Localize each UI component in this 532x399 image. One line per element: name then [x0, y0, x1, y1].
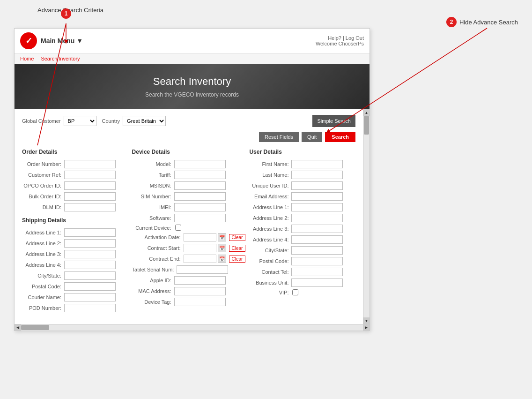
ship-postal-input[interactable] [64, 282, 116, 291]
hero-title: Search Inventory [22, 75, 362, 88]
breadcrumb-current[interactable]: Search Inventory [41, 56, 80, 61]
msisdn-input[interactable] [174, 181, 226, 190]
ship-addr1-input[interactable] [64, 228, 116, 237]
current-device-checkbox[interactable] [175, 225, 181, 231]
vip-checkbox[interactable] [292, 289, 298, 295]
user-addr2-input[interactable] [291, 214, 343, 222]
logout-link[interactable]: Log Out [346, 35, 364, 41]
ship-pod-input[interactable] [64, 304, 116, 312]
col-user: User Details First Name: Last Name: Uniq… [249, 149, 355, 315]
first-name-input[interactable] [291, 160, 343, 168]
tablet-serial-row: Tablet Serial Num: [132, 265, 246, 274]
order-number-input[interactable] [64, 160, 116, 168]
ship-addr1-row: Address Line 1: [22, 228, 128, 237]
scroll-thumb[interactable] [364, 116, 369, 135]
contact-tel-input[interactable] [291, 268, 343, 276]
country-select[interactable]: Great Britain [123, 116, 166, 126]
contract-end-calendar-icon[interactable]: 📅 [218, 255, 226, 263]
user-addr4-label: Address Line 4: [249, 237, 291, 242]
breadcrumb-home[interactable]: Home [20, 56, 34, 61]
activation-date-row: Activation Date: 📅 Clear [132, 233, 246, 241]
contact-tel-row: Contact Tel: [249, 268, 355, 276]
reset-button[interactable]: Reset Fields [259, 132, 299, 142]
ship-city-row: City/State: [22, 271, 128, 280]
contract-end-input[interactable] [184, 255, 216, 263]
device-tag-row: Device Tag: [132, 298, 246, 306]
model-input[interactable] [174, 160, 226, 168]
user-addr1-input[interactable] [291, 203, 343, 211]
h-scroll-thumb[interactable] [21, 325, 49, 330]
user-addr1-label: Address Line 1: [249, 204, 291, 210]
bulk-order-input[interactable] [64, 192, 116, 201]
ship-addr4-input[interactable] [64, 261, 116, 269]
customer-ref-row: Customer Ref: [22, 171, 128, 179]
business-unit-row: Business Unit: [249, 279, 355, 287]
scroll-left-arrow[interactable]: ◀ [15, 324, 21, 331]
ship-addr3-row: Address Line 3: [22, 250, 128, 258]
opco-order-input[interactable] [64, 181, 116, 190]
logo-area: ✓ Main Menu ▼ [20, 32, 83, 49]
ship-courier-input[interactable] [64, 293, 116, 301]
scroll-up-arrow[interactable]: ▲ [363, 109, 369, 116]
help-link[interactable]: Help? [328, 35, 341, 41]
contract-start-calendar-icon[interactable]: 📅 [218, 244, 226, 252]
current-device-label: Current Device: [132, 225, 174, 231]
imei-row: IMEI: [132, 203, 246, 211]
simple-search-button[interactable]: Simple Search [312, 115, 355, 127]
mac-address-row: MAC Address: [132, 287, 246, 295]
user-addr3-label: Address Line 3: [249, 226, 291, 232]
search-button[interactable]: Search [325, 132, 355, 142]
activation-date-input[interactable] [184, 233, 216, 241]
filter-row: Global Customer BP Country Great Britain [22, 115, 355, 127]
main-menu[interactable]: Main Menu ▼ [41, 37, 83, 45]
col-order-shipping: Order Details Order Number: Customer Ref… [22, 149, 132, 315]
global-customer-label: Global Customer [22, 118, 61, 124]
last-name-input[interactable] [291, 171, 343, 179]
software-input[interactable] [174, 214, 226, 222]
scroll-right-arrow[interactable]: ▶ [363, 324, 369, 331]
user-addr3-input[interactable] [291, 225, 343, 233]
vertical-scrollbar[interactable]: ▲ ▼ [363, 109, 369, 324]
unique-user-input[interactable] [291, 181, 343, 190]
customer-ref-label: Customer Ref: [22, 172, 64, 178]
unique-user-label: Unique User ID: [249, 183, 291, 188]
activation-clear-button[interactable]: Clear [229, 234, 246, 241]
ship-city-label: City/State: [22, 273, 64, 279]
contract-end-clear-button[interactable]: Clear [229, 256, 246, 263]
contract-start-input[interactable] [184, 244, 216, 252]
ship-addr1-label: Address Line 1: [22, 230, 64, 235]
business-unit-input[interactable] [291, 279, 343, 287]
ship-addr3-input[interactable] [64, 250, 116, 258]
user-city-input[interactable] [291, 246, 343, 255]
activation-calendar-icon[interactable]: 📅 [218, 233, 226, 241]
quit-button[interactable]: Quit [302, 132, 322, 142]
apple-id-input[interactable] [174, 276, 226, 285]
global-customer-select[interactable]: BP [64, 116, 96, 126]
email-input[interactable] [291, 192, 343, 201]
sim-input[interactable] [174, 192, 226, 201]
horizontal-scrollbar[interactable]: ◀ ▶ [15, 324, 369, 331]
imei-input[interactable] [174, 203, 226, 211]
ship-city-input[interactable] [64, 271, 116, 280]
ship-addr2-input[interactable] [64, 239, 116, 248]
contract-end-wrap: 📅 Clear [184, 255, 246, 263]
user-addr2-label: Address Line 2: [249, 215, 291, 221]
callout-2: 2 Hide Advance Search [446, 17, 518, 27]
action-row: Reset Fields Quit Search [22, 132, 355, 142]
contract-start-label: Contract Start: [132, 245, 184, 251]
tablet-serial-input[interactable] [177, 265, 228, 274]
customer-ref-input[interactable] [64, 171, 116, 179]
scroll-down-arrow[interactable]: ▼ [363, 317, 369, 324]
dlm-id-input[interactable] [64, 203, 116, 211]
user-postal-input[interactable] [291, 257, 343, 265]
device-tag-input[interactable] [174, 298, 226, 306]
contract-start-clear-button[interactable]: Clear [229, 245, 246, 252]
mac-address-input[interactable] [174, 287, 226, 295]
tariff-input[interactable] [174, 171, 226, 179]
logo-letter: ✓ [25, 36, 32, 46]
hero-subtitle: Search the VGECO inventory records [22, 91, 362, 98]
header-bar: ✓ Main Menu ▼ Help? | Log Out Welcome Ch… [15, 29, 369, 53]
user-addr4-input[interactable] [291, 235, 343, 244]
sim-label: SIM Number: [132, 194, 174, 199]
ship-pod-row: POD Number: [22, 304, 128, 312]
